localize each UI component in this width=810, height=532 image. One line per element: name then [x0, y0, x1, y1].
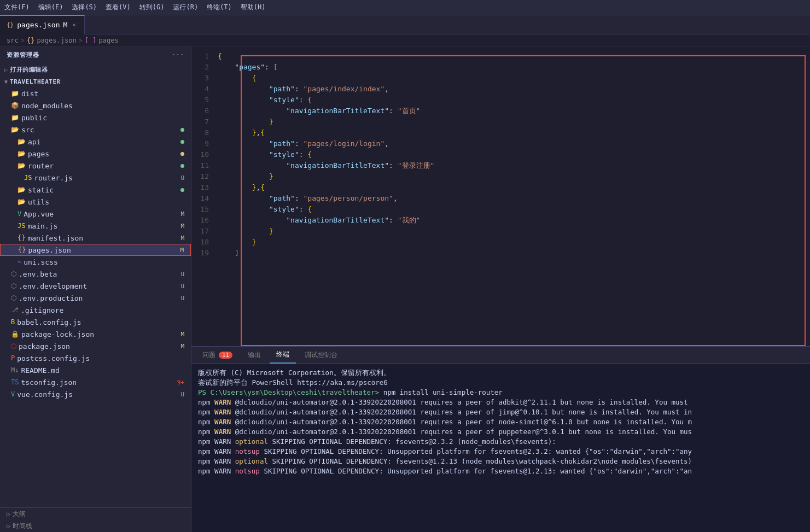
breadcrumb-src[interactable]: src	[7, 37, 19, 44]
timeline-button[interactable]: ▷ 时间线	[0, 520, 39, 532]
menu-edit[interactable]: 编辑(E)	[38, 3, 63, 12]
file-type-icon: JS	[18, 222, 25, 230]
terminal-line: npm WARN @dcloudio/uni-automator@2.0.1-3…	[198, 417, 803, 427]
project-chevron: ▼	[4, 79, 8, 85]
tree-item-README-md[interactable]: M↓ README.md	[0, 364, 191, 376]
file-badge: M	[180, 235, 187, 242]
tree-item-dist[interactable]: 📁 dist	[0, 87, 191, 100]
tree-item-static[interactable]: 📂 static	[0, 184, 191, 196]
file-badge: U	[180, 283, 187, 290]
terminal-content[interactable]: 版权所有 (C) Microsoft Corporation。保留所有权利。尝试…	[191, 364, 810, 532]
code-line-3: {	[218, 73, 810, 84]
tab-label: pages.json	[17, 21, 60, 29]
code-line-15: "style": {	[218, 204, 810, 215]
tree-item-src[interactable]: 📂 src	[0, 124, 191, 136]
tree-item-uni-scss[interactable]: ~ uni.scss	[0, 256, 191, 268]
tree-item-package-lock-json[interactable]: 🔒 package-lock.json M	[0, 328, 191, 340]
file-type-icon: {}	[18, 234, 25, 242]
file-type-icon: P	[11, 354, 15, 362]
file-type-icon: 📂	[18, 198, 26, 206]
file-type-icon: 📂	[18, 186, 26, 194]
tree-item-public[interactable]: 📁 public	[0, 112, 191, 124]
code-line-17: }	[218, 226, 810, 237]
file-type-icon: ⬡	[11, 270, 16, 278]
editor-content[interactable]: 12345678910111213141516171819 { "pages":…	[191, 46, 810, 346]
menu-terminal[interactable]: 终端(T)	[207, 3, 232, 12]
tree-item-postcss-config-js[interactable]: P postcss.config.js	[0, 352, 191, 364]
code-line-5: "style": {	[218, 95, 810, 106]
sidebar-bottom: ▷ 大纲 ▷ 时间线	[0, 507, 191, 532]
terminal-line: 尝试新的跨平台 PowerShell https://aka.ms/pscore…	[198, 378, 803, 388]
tree-item-babel-config-js[interactable]: B babel.config.js	[0, 316, 191, 328]
file-badge: M	[180, 247, 186, 254]
tree-item-utils[interactable]: 📂 utils	[0, 196, 191, 208]
breadcrumb-sep1: >	[21, 37, 25, 44]
file-name-label: manifest.json	[27, 234, 180, 242]
terminal-line: npm WARN notsup SKIPPING OPTIONAL DEPEND…	[198, 447, 803, 457]
code-line-9: "path": "pages/login/login",	[218, 138, 810, 149]
panel-tab-terminal[interactable]: 终端	[270, 347, 296, 364]
tree-item-pages-json[interactable]: {} pages.json M	[0, 244, 191, 256]
tree-item-App-vue[interactable]: V App.vue M	[0, 208, 191, 220]
tab-close-button[interactable]: ✕	[71, 21, 78, 29]
outline-label: 大纲	[13, 510, 26, 519]
terminal-line: npm WARN @dcloudio/uni-automator@2.0.1-3…	[198, 397, 803, 407]
menu-help[interactable]: 帮助(H)	[241, 3, 266, 12]
file-name-label: static	[28, 186, 180, 194]
file-tree: 📁 dist 📦 node_modules 📁 public 📂 src 📂 a…	[0, 87, 191, 400]
tree-item-tsconfig-json[interactable]: TS tsconfig.json 9+	[0, 376, 191, 388]
file-name-label: tsconfig.json	[21, 378, 177, 387]
file-badge: 9+	[177, 379, 187, 386]
file-name-label: src	[21, 126, 180, 134]
file-type-icon: 📂	[18, 162, 26, 169]
code-area[interactable]: { "pages": [ { "path": "pages/index/inde…	[213, 46, 810, 346]
menu-select[interactable]: 选择(S)	[72, 3, 97, 12]
file-name-label: router.js	[34, 174, 180, 182]
file-type-icon: V	[11, 390, 15, 398]
tree-item-router[interactable]: 📂 router	[0, 160, 191, 172]
panel-tab-problems[interactable]: 问题 11	[196, 347, 239, 364]
tree-item-router-js[interactable]: JS router.js U	[0, 172, 191, 184]
breadcrumb-sep2: >	[79, 37, 83, 44]
project-section[interactable]: ▼ TRAVELTHEATER	[0, 75, 191, 87]
tree-item-node-modules[interactable]: 📦 node_modules	[0, 100, 191, 112]
tree-item--env-beta[interactable]: ⬡ .env.beta U	[0, 268, 191, 280]
tree-item-main-js[interactable]: JS main.js M	[0, 220, 191, 232]
code-line-14: "path": "pages/person/person",	[218, 193, 810, 204]
tree-item--gitignore[interactable]: ⎇ .gitignore	[0, 304, 191, 316]
file-name-label: vue.config.js	[17, 390, 180, 399]
terminal-line: npm WARN @dcloudio/uni-automator@2.0.1-3…	[198, 407, 803, 417]
menu-goto[interactable]: 转到(G)	[139, 3, 165, 12]
menu-bar: 文件(F) 编辑(E) 选择(S) 查看(V) 转到(G) 运行(R) 终端(T…	[0, 0, 810, 15]
tab-pages-json[interactable]: {} pages.json M ✕	[0, 15, 85, 34]
editor-area: 12345678910111213141516171819 { "pages":…	[191, 46, 810, 532]
tree-item-vue-config-js[interactable]: V vue.config.js U	[0, 388, 191, 400]
code-line-19: ],	[218, 248, 810, 259]
file-type-icon: {}	[18, 246, 26, 254]
tree-item--env-production[interactable]: ⬡ .env.production U	[0, 292, 191, 304]
main-container: 资源管理器 ··· ▷ 打开的编辑器 ▼ TRAVELTHEATER 📁 dis…	[0, 46, 810, 532]
open-editors-section[interactable]: ▷ 打开的编辑器	[0, 63, 191, 75]
menu-view[interactable]: 查看(V)	[106, 3, 131, 12]
file-type-icon: 📁	[11, 114, 19, 121]
sidebar-title: 资源管理器	[7, 51, 39, 59]
breadcrumb-pages[interactable]: pages	[99, 37, 119, 44]
menu-run[interactable]: 运行(R)	[173, 3, 198, 12]
file-type-icon: ⬡	[11, 282, 16, 290]
tree-item-api[interactable]: 📂 api	[0, 136, 191, 148]
file-name-label: README.md	[21, 366, 187, 375]
tree-item-manifest-json[interactable]: {} manifest.json M	[0, 232, 191, 244]
sidebar-more-icon[interactable]: ···	[172, 51, 184, 59]
panel-tab-debug[interactable]: 调试控制台	[298, 347, 344, 364]
panel-tab-output[interactable]: 输出	[241, 347, 267, 364]
tree-item--env-development[interactable]: ⬡ .env.development U	[0, 280, 191, 292]
file-badge: M	[180, 211, 187, 218]
file-name-label: utils	[28, 198, 187, 206]
tree-item-package-json[interactable]: ⬡ package.json M	[0, 340, 191, 352]
tree-item-pages[interactable]: 📂 pages	[0, 148, 191, 160]
outline-button[interactable]: ▷ 大纲	[0, 508, 32, 520]
breadcrumb-file[interactable]: pages.json	[37, 37, 76, 44]
file-name-label: dist	[21, 90, 187, 98]
file-type-icon: 📦	[11, 102, 19, 109]
menu-file[interactable]: 文件(F)	[4, 3, 30, 12]
